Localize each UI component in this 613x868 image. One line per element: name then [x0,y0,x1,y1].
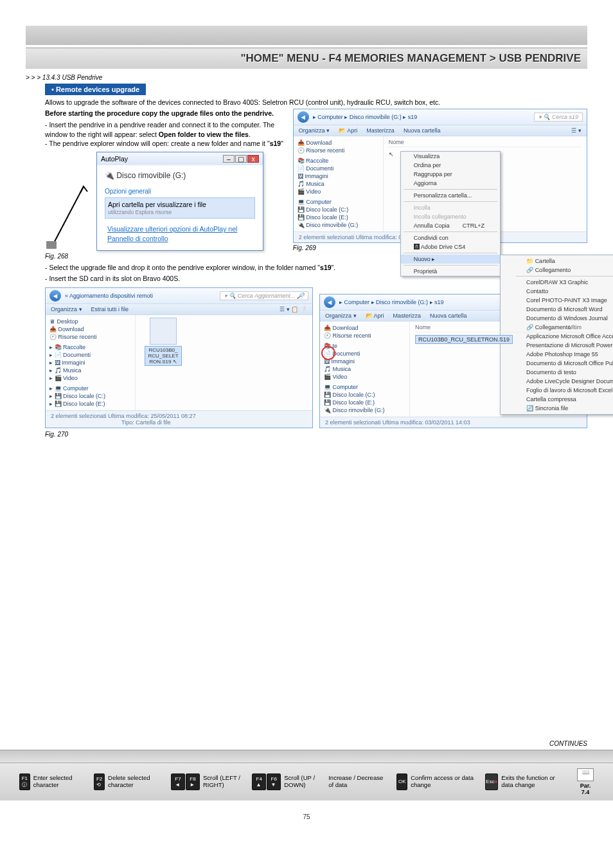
file-icon-selected[interactable]: RCU103B0_ RCU_SELET RON.S19 ↖ [141,318,186,366]
footer-bar: F1ⓘ Enter selected character F2⟲ Delete … [0,763,613,800]
context-menu[interactable]: Visualizza Ordina per Raggruppa per Aggi… [400,151,501,276]
context-menu-nuovo[interactable]: Nuovo ▸ 📁 Cartella 🔗 Collegamento CorelD… [401,255,500,264]
book-icon: 📖 [577,768,594,781]
f4-key-icon: F4▲ [252,773,266,790]
f2-desc: Delete selected character [108,775,159,789]
toolbar[interactable]: Organizza ▾ 📂 Apri Masterizza Nuova cart… [294,125,587,136]
f2-key-icon: F2⟲ [94,773,105,790]
autoplay-window: AutoPlay –▢x 🔌 Disco rimovibile (G:) Opz… [96,152,263,251]
sidebar[interactable]: 🖥 Desktop 📥 Download 🕘 Risorse recenti ▸… [46,315,136,410]
column-nome[interactable]: Nome [415,324,431,330]
explorer-window-source: ◄ « Aggiornamento dispositivi remoti ▾ 🔍… [45,287,313,428]
sidebar[interactable]: 📥 Download 🕘 Risorse recenti 📚 te 📄 Docu… [320,321,410,417]
status-bar: 2 elementi selezionati Ultima modifica: … [320,417,587,428]
search-input[interactable]: ▾ 🔍 Cerca s19 [534,113,583,122]
esc-key-icon: Esc● [485,773,498,790]
back-icon[interactable]: ◄ [298,111,309,123]
window-buttons[interactable]: –▢x [222,154,259,163]
column-ultim[interactable]: Ultim [569,324,582,330]
ok-desc: Confirm access or data change [411,775,474,789]
section-tag: • Remote devices upgrade [45,84,146,95]
f1-desc: Enter selected character [33,775,82,789]
f46-desc: Scroll (UP / DOWN) [284,775,317,789]
fig-270-caption: Fig. 270 [45,431,587,438]
status-bar: 2 elementi selezionati Ultima modifica: … [46,410,312,428]
toolbar[interactable]: Organizza ▾ Estrai tutti i file ☰ ▾ 📋 ❔ [46,304,312,315]
breadcrumb-path[interactable]: « Aggiornamento dispositivi remoti [65,293,153,299]
fig-268-caption: Fig. 268 [45,252,289,261]
arrow-illustration [45,174,96,251]
svg-rect-0 [46,241,57,249]
f8-key-icon: F8► [186,773,200,790]
file-row[interactable]: RCU103B0_RCU_SELETRON.S19 [415,335,582,344]
search-input[interactable]: ▾ 🔍 Cerca Aggiornament... 🔎 [220,291,308,300]
breadcrumb-path[interactable]: ▸ Computer ▸ Disco rimovibile (G:) ▸ s19 [339,299,444,305]
autoplay-open-folder[interactable]: Apri cartella per visualizzare i file ut… [105,197,255,219]
explorer-window-269: ◄ ▸ Computer ▸ Disco rimovibile (G:) ▸ s… [293,109,587,243]
breadcrumb-path[interactable]: ▸ Computer ▸ Disco rimovibile (G:) ▸ s19 [313,114,418,120]
highlight-circle-icon [321,346,335,360]
intro-text: Allows to upgrade the software of the de… [45,98,587,107]
incdec-desc: Increase / Decrease of data [328,775,385,789]
f78-desc: Scroll (LEFT / RIGHT) [203,775,240,789]
cursor-icon: ↖ [389,151,394,158]
sidebar[interactable]: 📥 Download 🕘 Risorse recenti 📚 Raccolte … [294,136,384,231]
autoplay-section: Opzioni generali [105,187,255,196]
page-number: 75 [0,813,613,820]
breadcrumb: > > > 13.4.3 USB Pendrive [26,74,587,81]
page-title: "HOME" MENU - F4 MEMORIES MANAGEMENT > U… [26,48,587,69]
step-2: - The pendrive explorer window will open… [45,139,289,148]
f7-key-icon: F7◄ [171,773,185,790]
back-icon[interactable]: ◄ [49,290,61,302]
esc-desc: Exits the function or data change [501,775,565,789]
autoplay-drive: 🔌 Disco rimovibile (G:) [105,170,255,181]
continues-label: CONTINUES [0,740,613,750]
back-icon[interactable]: ◄ [324,296,335,308]
ok-key-icon: OK [396,773,407,790]
f1-key-icon: F1ⓘ [19,773,30,790]
autoplay-title-bar: AutoPlay [101,154,128,163]
step-1: - Insert the pendrive in a pendrive read… [45,120,289,138]
warning-text: Before starting the procedure copy the u… [45,109,289,118]
column-header[interactable]: Nome [389,139,582,147]
page-ref: 📖 Par.7.4 [577,768,594,795]
autoplay-more-options[interactable]: Visualizzare ulteriori opzioni di AutoPl… [105,222,255,244]
header-band [26,26,587,45]
f6-key-icon: F6▼ [267,773,281,790]
